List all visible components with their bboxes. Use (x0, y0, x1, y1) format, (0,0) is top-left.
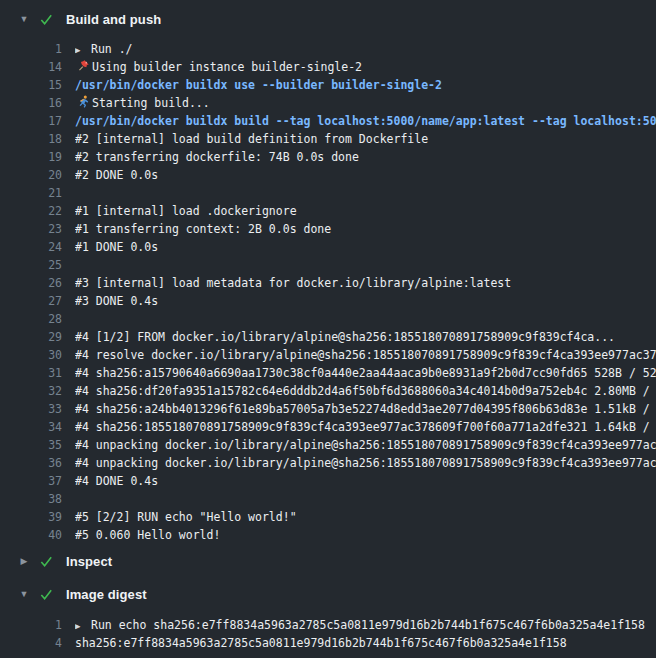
line-number[interactable]: 33 (0, 400, 62, 418)
line-number[interactable]: 22 (0, 202, 62, 220)
success-check-icon (39, 554, 54, 569)
log-line: 27#3 DONE 0.4s (0, 292, 656, 310)
log-text: #4 unpacking docker.io/library/alpine@sh… (75, 454, 656, 472)
line-number[interactable]: 26 (0, 274, 62, 292)
log-text: #4 resolve docker.io/library/alpine@sha2… (75, 346, 656, 364)
line-number[interactable]: 32 (0, 382, 62, 400)
log-line: 24#1 DONE 0.0s (0, 238, 656, 256)
log-message: #4 sha256:a15790640a6690aa1730c38cf0a440… (75, 366, 656, 380)
line-number[interactable]: 36 (0, 454, 62, 472)
log-message: #5 [2/2] RUN echo "Hello world!" (75, 510, 297, 524)
log-text: #4 sha256:df20fa9351a15782c64e6dddb2d4a6… (75, 382, 656, 400)
log-message: #4 unpacking docker.io/library/alpine@sh… (75, 456, 656, 470)
section-header-image-digest[interactable]: ▼ Image digest (0, 585, 656, 603)
success-check-icon (39, 587, 54, 602)
line-number[interactable]: 18 (0, 130, 62, 148)
log-message: #2 transferring dockerfile: 74B 0.0s don… (75, 150, 359, 164)
run-group-chevron-icon[interactable]: ▶ (75, 41, 91, 58)
log-line: 4sha256:e7ff8834a5963a2785c5a0811e979d16… (0, 634, 656, 652)
line-number[interactable]: 24 (0, 238, 62, 256)
log-message: #3 DONE 0.4s (75, 294, 158, 308)
command-text: /usr/bin/docker buildx build --tag local… (75, 114, 656, 128)
log-line: 1▶Run ./ (0, 40, 656, 58)
collapse-chevron-icon[interactable]: ▼ (18, 585, 30, 603)
section-image-digest: ▼ Image digest 1▶Run echo sha256:e7ff883… (0, 585, 656, 652)
line-number[interactable]: 14 (0, 58, 62, 76)
log-message: #4 resolve docker.io/library/alpine@sha2… (75, 348, 656, 362)
log-text: ▶Run echo sha256:e7ff8834a5963a2785c5a08… (75, 616, 656, 634)
success-check-icon (39, 12, 54, 27)
log-line: 34#4 sha256:185518070891758909c9f839cf4c… (0, 418, 656, 436)
log-line: 18#2 [internal] load build definition fr… (0, 130, 656, 148)
pushpin-icon (75, 59, 92, 72)
line-number[interactable]: 17 (0, 112, 62, 130)
log-message: Run ./ (91, 42, 133, 56)
log-line: 33#4 sha256:a24bb4013296f61e89ba57005a7b… (0, 400, 656, 418)
log-line: 14Using builder instance builder-single-… (0, 58, 656, 76)
line-number[interactable]: 16 (0, 94, 62, 112)
log-line: 26#3 [internal] load metadata for docker… (0, 274, 656, 292)
log-text: #4 sha256:a24bb4013296f61e89ba57005a7b3e… (75, 400, 656, 418)
runner-icon (75, 95, 92, 108)
log-line: 32#4 sha256:df20fa9351a15782c64e6dddb2d4… (0, 382, 656, 400)
line-number[interactable]: 29 (0, 328, 62, 346)
log-message: #1 [internal] load .dockerignore (75, 204, 297, 218)
log-line: 21 (0, 184, 656, 202)
line-number[interactable]: 28 (0, 310, 62, 328)
log-message: #1 DONE 0.0s (75, 240, 158, 254)
section-inspect: ▶ Inspect (0, 552, 656, 570)
line-number[interactable]: 35 (0, 436, 62, 454)
log-text: #2 DONE 0.0s (75, 166, 656, 184)
log-text: #4 [1/2] FROM docker.io/library/alpine@s… (75, 328, 656, 346)
line-number[interactable]: 20 (0, 166, 62, 184)
line-number[interactable]: 38 (0, 490, 62, 508)
section-header-build-and-push[interactable]: ▼ Build and push (0, 10, 656, 28)
line-number[interactable]: 4 (0, 634, 62, 652)
log-line: 39#5 [2/2] RUN echo "Hello world!" (0, 508, 656, 526)
log-text: #1 transferring context: 2B 0.0s done (75, 220, 656, 238)
line-number[interactable]: 40 (0, 526, 62, 544)
line-number[interactable]: 31 (0, 364, 62, 382)
line-number[interactable]: 21 (0, 184, 62, 202)
collapse-chevron-icon[interactable]: ▶ (18, 552, 30, 570)
section-build-and-push: ▼ Build and push 1▶Run ./14Using builder… (0, 10, 656, 544)
line-number[interactable]: 39 (0, 508, 62, 526)
line-number[interactable]: 1 (0, 616, 62, 634)
log-line: 28 (0, 310, 656, 328)
run-group-chevron-icon[interactable]: ▶ (75, 617, 91, 634)
log-message: #4 unpacking docker.io/library/alpine@sh… (75, 438, 656, 452)
log-line: 35#4 unpacking docker.io/library/alpine@… (0, 436, 656, 454)
log-text: #4 sha256:185518070891758909c9f839cf4ca3… (75, 418, 656, 436)
command-text: /usr/bin/docker buildx use --builder bui… (75, 78, 442, 92)
log-line: 1▶Run echo sha256:e7ff8834a5963a2785c5a0… (0, 616, 656, 634)
line-number[interactable]: 37 (0, 472, 62, 490)
log-message: sha256:e7ff8834a5963a2785c5a0811e979d16b… (75, 636, 567, 650)
log-text: #1 DONE 0.0s (75, 238, 656, 256)
line-number[interactable]: 25 (0, 256, 62, 274)
collapse-chevron-icon[interactable]: ▼ (18, 10, 30, 28)
log-message: Starting build... (92, 96, 210, 110)
log-message: Run echo sha256:e7ff8834a5963a2785c5a081… (91, 618, 645, 632)
section-header-inspect[interactable]: ▶ Inspect (0, 552, 656, 570)
log-text (75, 490, 656, 508)
log-text: #5 0.060 Hello world! (75, 526, 656, 544)
line-number[interactable]: 34 (0, 418, 62, 436)
line-number[interactable]: 30 (0, 346, 62, 364)
log-lines-build: 1▶Run ./14Using builder instance builder… (0, 40, 656, 544)
log-text: #4 sha256:a15790640a6690aa1730c38cf0a440… (75, 364, 656, 382)
log-line: 37#4 DONE 0.4s (0, 472, 656, 490)
log-message: #2 DONE 0.0s (75, 168, 158, 182)
log-message: #4 [1/2] FROM docker.io/library/alpine@s… (75, 330, 615, 344)
line-number[interactable]: 27 (0, 292, 62, 310)
section-title: Inspect (66, 554, 112, 569)
log-message: #4 sha256:185518070891758909c9f839cf4ca3… (75, 420, 656, 434)
log-text: ▶Run ./ (75, 40, 656, 58)
log-message: #3 [internal] load metadata for docker.i… (75, 276, 511, 290)
log-text: #2 transferring dockerfile: 74B 0.0s don… (75, 148, 656, 166)
line-number[interactable]: 1 (0, 40, 62, 58)
line-number[interactable]: 19 (0, 148, 62, 166)
line-number[interactable]: 23 (0, 220, 62, 238)
log-message: #5 0.060 Hello world! (75, 528, 220, 542)
log-line: 38 (0, 490, 656, 508)
line-number[interactable]: 15 (0, 76, 62, 94)
